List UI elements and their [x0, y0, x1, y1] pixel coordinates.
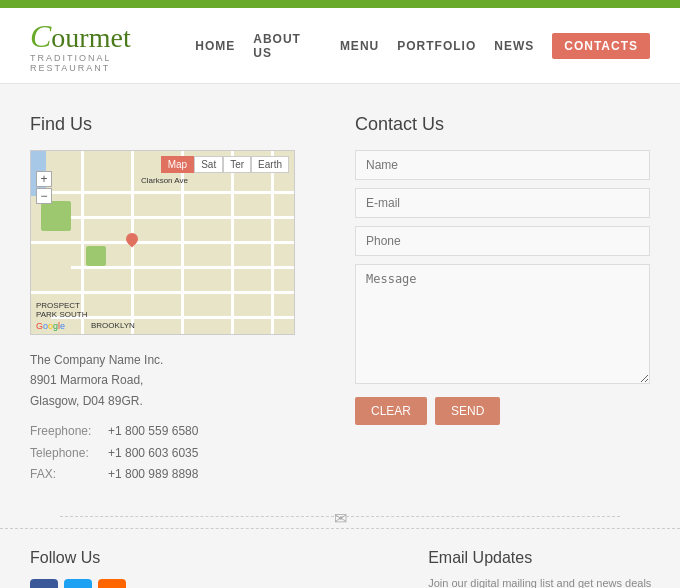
- main-content: Find Us: [0, 84, 680, 516]
- twitter-icon[interactable]: t: [64, 579, 92, 588]
- contact-us-title: Contact Us: [355, 114, 650, 135]
- email-description: Join our digital mailing list and get ne…: [428, 575, 661, 588]
- clear-button[interactable]: CLEAR: [355, 397, 427, 425]
- map-tab-ter[interactable]: Ter: [223, 156, 251, 173]
- logo-text: Courmet: [30, 18, 195, 55]
- name-input[interactable]: [355, 150, 650, 180]
- address-line2: 8901 Marmora Road,: [30, 370, 325, 390]
- form-buttons: CLEAR SEND: [355, 397, 650, 425]
- map-label: PROSPECTPARK SOUTH: [36, 301, 87, 319]
- map-road: [271, 151, 274, 334]
- left-column: Find Us: [30, 114, 325, 486]
- freephone-label: Freephone:: [30, 421, 100, 443]
- map-tab-map[interactable]: Map: [161, 156, 194, 173]
- fax-label: FAX:: [30, 464, 100, 486]
- nav-news[interactable]: NEWS: [494, 39, 534, 53]
- zoom-controls: + −: [36, 171, 52, 205]
- address-line3: Glasgow, D04 89GR.: [30, 391, 325, 411]
- map-road: [31, 291, 294, 294]
- telephone-row: Telephone: +1 800 603 6035: [30, 443, 325, 465]
- email-input[interactable]: [355, 188, 650, 218]
- phone-input[interactable]: [355, 226, 650, 256]
- follow-us-section: Follow Us f t rss HOME ABOUT US MENU POR…: [30, 549, 398, 588]
- social-icons: f t rss: [30, 579, 398, 588]
- address-line1: The Company Name Inc.: [30, 350, 325, 370]
- main-nav: HOME ABOUT US MENU PORTFOLIO NEWS CONTAC…: [195, 32, 650, 60]
- logo-tagline: TRADITIONAL RESTAURANT: [30, 53, 195, 73]
- map-road: [231, 151, 234, 334]
- email-updates-section: Email Updates Join our digital mailing l…: [428, 549, 661, 588]
- zoom-in[interactable]: +: [36, 171, 52, 187]
- zoom-out[interactable]: −: [36, 188, 52, 204]
- right-column: Contact Us CLEAR SEND: [355, 114, 650, 486]
- send-button[interactable]: SEND: [435, 397, 500, 425]
- map-road: [51, 316, 294, 319]
- nav-home[interactable]: HOME: [195, 39, 235, 53]
- map-label: BROOKLYN: [91, 321, 135, 330]
- map-road: [31, 241, 294, 244]
- freephone-value: +1 800 559 6580: [108, 421, 198, 443]
- email-updates-title: Email Updates: [428, 549, 661, 567]
- nav-about[interactable]: ABOUT US: [253, 32, 322, 60]
- map-tabs: Map Sat Ter Earth: [161, 156, 289, 173]
- fax-row: FAX: +1 800 989 8898: [30, 464, 325, 486]
- nav-menu[interactable]: MENU: [340, 39, 379, 53]
- freephone-row: Freephone: +1 800 559 6580: [30, 421, 325, 443]
- divider-icon: ✉: [30, 509, 650, 528]
- follow-us-title: Follow Us: [30, 549, 398, 567]
- nav-portfolio[interactable]: PORTFOLIO: [397, 39, 476, 53]
- map-road: [61, 216, 294, 219]
- map-road: [31, 191, 294, 194]
- nav-contacts[interactable]: CONTACTS: [552, 33, 650, 59]
- footer-top: Follow Us f t rss HOME ABOUT US MENU POR…: [0, 528, 680, 588]
- logo: Courmet TRADITIONAL RESTAURANT: [30, 18, 195, 73]
- map-pin: [124, 231, 141, 248]
- google-logo: Google: [36, 321, 65, 331]
- map-park: [86, 246, 106, 266]
- address-block: The Company Name Inc. 8901 Marmora Road,…: [30, 350, 325, 411]
- map-container: Clarkson Ave BROOKLYN PROSPECTPARK SOUTH…: [30, 150, 295, 335]
- map-tab-sat[interactable]: Sat: [194, 156, 223, 173]
- fax-value: +1 800 989 8898: [108, 464, 198, 486]
- map-tab-earth[interactable]: Earth: [251, 156, 289, 173]
- header: Courmet TRADITIONAL RESTAURANT HOME ABOU…: [0, 8, 680, 84]
- message-textarea[interactable]: [355, 264, 650, 384]
- facebook-icon[interactable]: f: [30, 579, 58, 588]
- map-park: [41, 201, 71, 231]
- telephone-label: Telephone:: [30, 443, 100, 465]
- divider-section: ✉: [0, 516, 680, 528]
- contact-form: CLEAR SEND: [355, 150, 650, 425]
- top-green-bar: [0, 0, 680, 8]
- map-background: Clarkson Ave BROOKLYN PROSPECTPARK SOUTH…: [31, 151, 294, 334]
- contact-details: Freephone: +1 800 559 6580 Telephone: +1…: [30, 421, 325, 486]
- rss-icon[interactable]: rss: [98, 579, 126, 588]
- map-label: Clarkson Ave: [141, 176, 188, 185]
- telephone-value: +1 800 603 6035: [108, 443, 198, 465]
- find-us-title: Find Us: [30, 114, 325, 135]
